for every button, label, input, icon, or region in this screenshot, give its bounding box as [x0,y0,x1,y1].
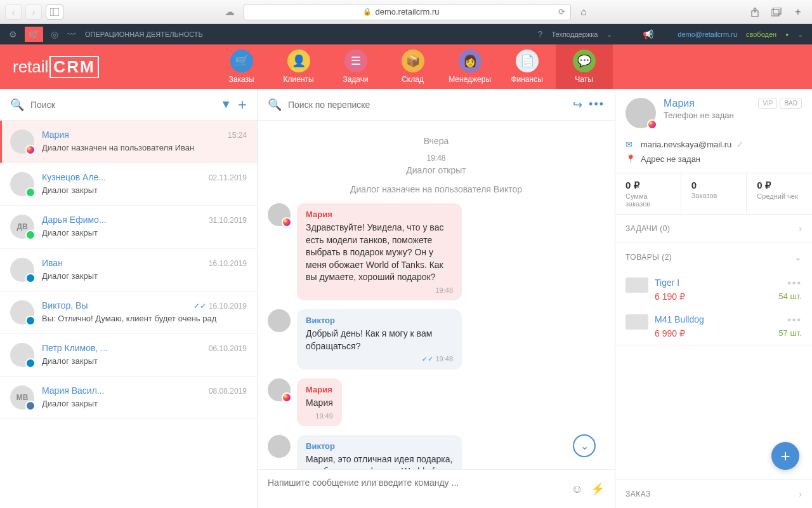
chat-item[interactable]: МВ Мария Васил...08.08.2019 Диалог закры… [0,377,257,419]
sidebar-toggle-button[interactable] [46,4,63,20]
tabs-button[interactable] [768,4,785,20]
tag-vip[interactable]: VIP [758,98,777,109]
chat-item[interactable]: Кузнецов Але...02.11.2019 Диалог закрыт [0,163,257,206]
chat-name: Дарья Ефимо... [42,215,107,225]
chat-search-input[interactable] [30,100,214,110]
nav-clients[interactable]: 👤Клиенты [270,44,327,89]
home-button[interactable]: ⌂ [575,4,593,20]
tag-bad[interactable]: BAD [780,98,802,109]
forward-icon[interactable]: ↪ [573,98,582,112]
svg-rect-3 [771,10,779,16]
url-bar[interactable]: 🔒 demo.retailcrm.ru ⟳ [244,4,571,20]
chevron-down-icon[interactable]: ⌄ [797,30,803,39]
order-section[interactable]: ЗАКАЗ › [615,479,812,508]
emoji-icon[interactable]: ☺ [572,483,583,496]
avatar [268,309,291,332]
more-icon[interactable]: ••• [589,98,605,111]
compose-bar: ☺ ⚡ [258,469,615,508]
new-chat-button[interactable]: + [238,96,247,114]
chat-preview: Вы: Отлично! Думаю, клиент будет очень р… [42,313,247,324]
product-item: M41 Bulldog 6 990 ₽57 шт. ••• [615,308,812,345]
svg-rect-4 [773,8,781,14]
chat-preview: Диалог закрыт [42,271,247,282]
chat-date: 06.10.2019 [209,344,247,353]
nav-managers[interactable]: 👩Менеджеры [442,44,499,89]
megaphone-icon[interactable]: 📢 [643,29,653,39]
chat-item[interactable]: ДВ Дарья Ефимо...31.10.2019 Диалог закры… [0,206,257,248]
client-name[interactable]: Мария [664,98,750,109]
avatar: МВ [10,385,34,410]
chat-preview: Диалог закрыт [42,227,247,239]
share-button[interactable] [746,4,764,20]
cart-icon[interactable]: 🛒 [25,27,43,42]
chat-preview: Диалог назначен на пользователя Иван [42,142,247,154]
chat-name: Мария [42,130,69,140]
product-name[interactable]: M41 Bulldog [655,314,802,324]
utility-bar: ⚙ 🛒 ◎ 〰 ОПЕРАЦИОННАЯ ДЕЯТЕЛЬНОСТЬ ? Техп… [0,24,812,44]
tg-badge-icon [25,273,36,283]
product-name[interactable]: Tiger I [655,277,802,288]
box-icon: 📦 [402,50,424,72]
stat-avg: 0 ₽ [757,180,802,191]
client-email[interactable]: maria.nevskaya@mail.ru [641,140,731,149]
product-image [625,314,648,330]
client-stats: 0 ₽Сумма заказов 0Заказов 0 ₽Средний чек [615,173,812,215]
avatar [10,343,34,367]
bolt-icon[interactable]: ⚡ [591,482,605,496]
message-bubble: Виктор Мария, это отличная идея подарка,… [297,435,462,469]
chat-preview: Диалог закрыт [42,185,247,196]
help-icon[interactable]: ? [538,29,543,39]
user-email[interactable]: demo@retailcrm.ru [678,30,737,38]
messages: Вчера 19:48 Диалог открыт Диалог назначе… [258,121,615,469]
add-button[interactable]: + [771,442,799,470]
chat-preview: Диалог закрыт [42,398,247,410]
main-nav: retailCRM 🛒Заказы 👤Клиенты ☰Задачи 📦Скла… [0,44,812,89]
tasks-section[interactable]: ЗАДАЧИ (0) › [615,215,812,243]
stat-count: 0 [691,180,737,190]
message-time: 19:48 [306,286,453,294]
system-message: Диалог открыт [268,165,605,175]
chat-item[interactable]: Виктор, Вы✓✓16.10.2019 Вы: Отлично! Дума… [0,291,257,334]
support-link[interactable]: Техподдержка [551,30,598,38]
message-time: 19:49 [306,412,333,420]
chat-date: 15:24 [228,131,247,140]
message-sender: Виктор [306,316,453,325]
more-icon[interactable]: ••• [787,277,802,289]
chat-date: ✓✓16.10.2019 [193,302,247,311]
browser-chrome: ‹ › ☁ 🔒 demo.retailcrm.ru ⟳ ⌂ + [0,0,812,24]
conversation-search-input[interactable] [288,100,566,110]
more-icon[interactable]: ••• [787,314,802,326]
message-input[interactable] [268,478,564,500]
nav-chats[interactable]: 💬Чаты [556,44,613,89]
avatar [10,172,34,196]
target-icon[interactable]: ◎ [51,29,58,39]
client-address-row: 📍 Адрес не задан [615,152,812,166]
instagram-badge-icon [282,392,292,403]
message-text: Здравствуйте! Увидела, что у вас есть мо… [306,222,453,284]
operational-text: ОПЕРАЦИОННАЯ ДЕЯТЕЛЬНОСТЬ [85,30,203,38]
message-sender: Виктор [306,441,453,451]
nav-warehouse[interactable]: 📦Склад [384,44,442,89]
refresh-icon[interactable]: ⟳ [558,7,565,17]
chat-item[interactable]: Мария15:24 Диалог назначен на пользовате… [0,121,257,163]
back-button[interactable]: ‹ [5,4,22,20]
instagram-badge-icon [647,119,657,130]
nav-tasks[interactable]: ☰Задачи [327,44,384,89]
avatar [10,300,34,324]
nav-finance[interactable]: 📄Финансы [499,44,556,89]
chat-item[interactable]: Петр Климов, ...06.10.2019 Диалог закрыт [0,334,257,377]
products-section[interactable]: ТОВАРЫ (2) ⌄ [615,243,812,271]
nav-orders[interactable]: 🛒Заказы [213,44,270,89]
conversation-panel: 🔍 ↪ ••• Вчера 19:48 Диалог открыт Диалог… [258,89,615,508]
forward-button[interactable]: › [25,4,42,20]
filter-icon[interactable]: ▼ [220,98,232,111]
chevron-down-icon: ⌄ [794,252,802,262]
chart-icon[interactable]: 〰 [67,29,76,39]
logo[interactable]: retailCRM [13,56,99,78]
scroll-down-button[interactable]: ⌄ [573,434,596,457]
gear-icon[interactable]: ⚙ [9,29,17,39]
chevron-right-icon: › [799,224,802,234]
new-tab-button[interactable]: + [789,4,807,20]
chevron-down-icon[interactable]: ⌄ [606,30,612,39]
chat-item[interactable]: Иван16.10.2019 Диалог закрыт [0,249,257,291]
